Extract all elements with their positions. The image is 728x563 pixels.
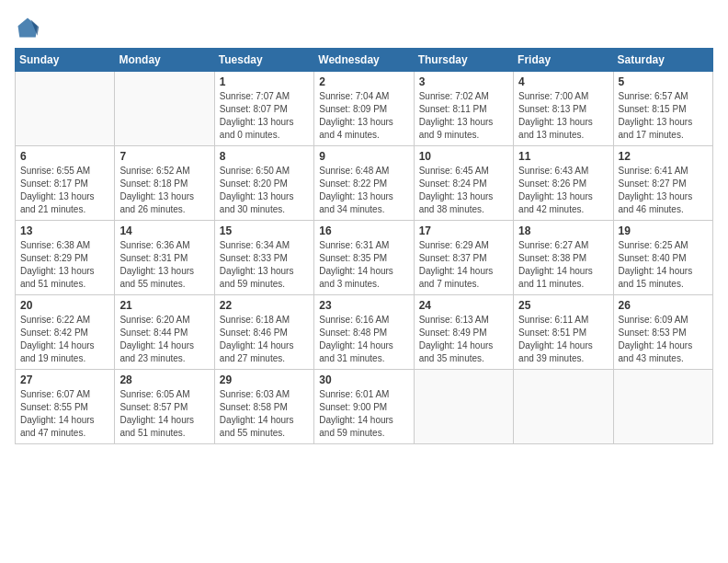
day-number: 25 <box>518 299 608 312</box>
day-number: 17 <box>419 224 508 237</box>
calendar-cell: 7Sunrise: 6:52 AM Sunset: 8:18 PM Daylig… <box>115 146 214 221</box>
day-number: 20 <box>20 299 109 312</box>
day-number: 24 <box>419 299 508 312</box>
day-number: 22 <box>220 299 309 312</box>
logo-icon <box>15 15 40 40</box>
calendar-cell <box>115 72 214 146</box>
day-number: 4 <box>518 75 608 88</box>
day-number: 12 <box>619 150 708 163</box>
header-saturday: Saturday <box>613 49 712 72</box>
day-info: Sunrise: 6:31 AM Sunset: 8:35 PM Dayligh… <box>319 239 408 291</box>
day-number: 18 <box>518 224 608 237</box>
day-number: 10 <box>419 150 508 163</box>
calendar-cell: 28Sunrise: 6:05 AM Sunset: 8:57 PM Dayli… <box>115 370 214 444</box>
day-number: 29 <box>220 373 309 386</box>
calendar-cell: 21Sunrise: 6:20 AM Sunset: 8:44 PM Dayli… <box>115 295 214 370</box>
day-info: Sunrise: 6:43 AM Sunset: 8:26 PM Dayligh… <box>518 165 608 216</box>
day-number: 14 <box>119 224 209 237</box>
calendar-cell: 19Sunrise: 6:25 AM Sunset: 8:40 PM Dayli… <box>613 221 712 295</box>
day-number: 8 <box>220 150 309 163</box>
calendar-cell: 9Sunrise: 6:48 AM Sunset: 8:22 PM Daylig… <box>314 146 414 221</box>
week-row-4: 20Sunrise: 6:22 AM Sunset: 8:42 PM Dayli… <box>16 295 713 370</box>
day-number: 6 <box>20 150 109 163</box>
day-info: Sunrise: 6:57 AM Sunset: 8:15 PM Dayligh… <box>619 90 708 142</box>
weekday-row: SundayMondayTuesdayWednesdayThursdayFrid… <box>16 49 713 72</box>
calendar-cell: 3Sunrise: 7:02 AM Sunset: 8:11 PM Daylig… <box>414 72 513 146</box>
calendar-cell: 29Sunrise: 6:03 AM Sunset: 8:58 PM Dayli… <box>214 370 313 444</box>
calendar-cell: 27Sunrise: 6:07 AM Sunset: 8:55 PM Dayli… <box>16 370 115 444</box>
calendar-cell <box>514 370 613 444</box>
day-number: 3 <box>419 75 508 88</box>
day-info: Sunrise: 6:11 AM Sunset: 8:51 PM Dayligh… <box>518 314 608 365</box>
week-row-5: 27Sunrise: 6:07 AM Sunset: 8:55 PM Dayli… <box>16 370 713 444</box>
page-header <box>15 15 713 40</box>
header-sunday: Sunday <box>16 49 115 72</box>
calendar-header: SundayMondayTuesdayWednesdayThursdayFrid… <box>16 49 713 72</box>
calendar-cell: 14Sunrise: 6:36 AM Sunset: 8:31 PM Dayli… <box>115 221 214 295</box>
calendar-cell: 17Sunrise: 6:29 AM Sunset: 8:37 PM Dayli… <box>414 221 513 295</box>
header-friday: Friday <box>514 49 613 72</box>
day-number: 27 <box>20 373 109 386</box>
day-number: 9 <box>319 150 408 163</box>
header-wednesday: Wednesday <box>314 49 414 72</box>
header-tuesday: Tuesday <box>214 49 313 72</box>
day-info: Sunrise: 6:36 AM Sunset: 8:31 PM Dayligh… <box>119 239 209 291</box>
day-number: 28 <box>119 373 209 386</box>
day-info: Sunrise: 6:20 AM Sunset: 8:44 PM Dayligh… <box>119 314 209 365</box>
calendar-cell: 25Sunrise: 6:11 AM Sunset: 8:51 PM Dayli… <box>514 295 613 370</box>
day-number: 21 <box>119 299 209 312</box>
day-info: Sunrise: 6:27 AM Sunset: 8:38 PM Dayligh… <box>518 239 608 291</box>
day-info: Sunrise: 6:05 AM Sunset: 8:57 PM Dayligh… <box>119 388 209 440</box>
day-number: 13 <box>20 224 109 237</box>
calendar-cell: 24Sunrise: 6:13 AM Sunset: 8:49 PM Dayli… <box>414 295 513 370</box>
week-row-3: 13Sunrise: 6:38 AM Sunset: 8:29 PM Dayli… <box>16 221 713 295</box>
day-number: 26 <box>619 299 708 312</box>
day-number: 15 <box>220 224 309 237</box>
logo <box>15 15 44 40</box>
day-info: Sunrise: 6:55 AM Sunset: 8:17 PM Dayligh… <box>20 165 109 216</box>
calendar-cell: 26Sunrise: 6:09 AM Sunset: 8:53 PM Dayli… <box>613 295 712 370</box>
day-info: Sunrise: 6:25 AM Sunset: 8:40 PM Dayligh… <box>619 239 708 291</box>
day-number: 23 <box>319 299 408 312</box>
day-info: Sunrise: 7:02 AM Sunset: 8:11 PM Dayligh… <box>419 90 508 142</box>
calendar-cell: 16Sunrise: 6:31 AM Sunset: 8:35 PM Dayli… <box>314 221 414 295</box>
calendar-cell: 30Sunrise: 6:01 AM Sunset: 9:00 PM Dayli… <box>314 370 414 444</box>
calendar-cell: 5Sunrise: 6:57 AM Sunset: 8:15 PM Daylig… <box>613 72 712 146</box>
header-thursday: Thursday <box>414 49 513 72</box>
calendar-cell: 2Sunrise: 7:04 AM Sunset: 8:09 PM Daylig… <box>314 72 414 146</box>
day-info: Sunrise: 6:22 AM Sunset: 8:42 PM Dayligh… <box>20 314 109 365</box>
calendar-cell <box>613 370 712 444</box>
day-number: 11 <box>518 150 608 163</box>
calendar-body: 1Sunrise: 7:07 AM Sunset: 8:07 PM Daylig… <box>16 72 713 444</box>
calendar-cell: 8Sunrise: 6:50 AM Sunset: 8:20 PM Daylig… <box>214 146 313 221</box>
day-info: Sunrise: 6:34 AM Sunset: 8:33 PM Dayligh… <box>220 239 309 291</box>
calendar-cell: 10Sunrise: 6:45 AM Sunset: 8:24 PM Dayli… <box>414 146 513 221</box>
calendar-cell <box>414 370 513 444</box>
calendar-cell: 12Sunrise: 6:41 AM Sunset: 8:27 PM Dayli… <box>613 146 712 221</box>
day-number: 19 <box>619 224 708 237</box>
day-info: Sunrise: 7:04 AM Sunset: 8:09 PM Dayligh… <box>319 90 408 142</box>
day-info: Sunrise: 6:38 AM Sunset: 8:29 PM Dayligh… <box>20 239 109 291</box>
day-number: 1 <box>220 75 309 88</box>
day-info: Sunrise: 6:09 AM Sunset: 8:53 PM Dayligh… <box>619 314 708 365</box>
calendar-cell: 15Sunrise: 6:34 AM Sunset: 8:33 PM Dayli… <box>214 221 313 295</box>
day-number: 30 <box>319 373 408 386</box>
calendar-cell: 22Sunrise: 6:18 AM Sunset: 8:46 PM Dayli… <box>214 295 313 370</box>
calendar-cell: 6Sunrise: 6:55 AM Sunset: 8:17 PM Daylig… <box>16 146 115 221</box>
calendar-cell: 11Sunrise: 6:43 AM Sunset: 8:26 PM Dayli… <box>514 146 613 221</box>
calendar-cell: 23Sunrise: 6:16 AM Sunset: 8:48 PM Dayli… <box>314 295 414 370</box>
day-info: Sunrise: 6:16 AM Sunset: 8:48 PM Dayligh… <box>319 314 408 365</box>
day-info: Sunrise: 6:41 AM Sunset: 8:27 PM Dayligh… <box>619 165 708 216</box>
calendar-cell: 4Sunrise: 7:00 AM Sunset: 8:13 PM Daylig… <box>514 72 613 146</box>
day-info: Sunrise: 6:03 AM Sunset: 8:58 PM Dayligh… <box>220 388 309 440</box>
week-row-1: 1Sunrise: 7:07 AM Sunset: 8:07 PM Daylig… <box>16 72 713 146</box>
calendar-table: SundayMondayTuesdayWednesdayThursdayFrid… <box>15 48 713 444</box>
calendar-cell: 1Sunrise: 7:07 AM Sunset: 8:07 PM Daylig… <box>214 72 313 146</box>
day-number: 7 <box>119 150 209 163</box>
day-info: Sunrise: 7:07 AM Sunset: 8:07 PM Dayligh… <box>220 90 309 142</box>
day-info: Sunrise: 6:13 AM Sunset: 8:49 PM Dayligh… <box>419 314 508 365</box>
calendar-cell <box>16 72 115 146</box>
calendar-cell: 13Sunrise: 6:38 AM Sunset: 8:29 PM Dayli… <box>16 221 115 295</box>
day-info: Sunrise: 7:00 AM Sunset: 8:13 PM Dayligh… <box>518 90 608 142</box>
day-info: Sunrise: 6:45 AM Sunset: 8:24 PM Dayligh… <box>419 165 508 216</box>
